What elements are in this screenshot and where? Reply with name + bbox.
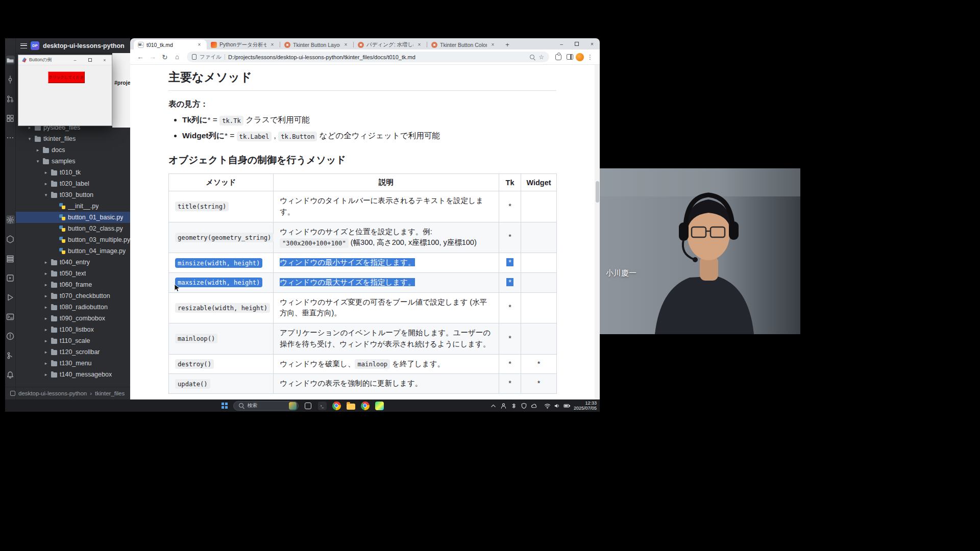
reload-button[interactable]: ↻	[159, 52, 170, 63]
tree-item-button_04_image.py[interactable]: button_04_image.py	[16, 245, 130, 257]
address-bar[interactable]: ファイル D:/projects/lessons/desktop-ui-less…	[187, 52, 549, 62]
chrome-icon[interactable]	[332, 402, 341, 410]
tk-minimize-button[interactable]: –	[69, 56, 81, 65]
chevron-right-icon[interactable]: ▸	[43, 349, 48, 355]
chevron-right-icon[interactable]: ▸	[43, 316, 48, 321]
scrollbar-thumb[interactable]	[596, 181, 599, 203]
terminal-icon[interactable]	[6, 312, 15, 321]
run-icon[interactable]	[6, 293, 15, 302]
chevron-down-icon[interactable]: ▾	[27, 136, 32, 141]
chevron-right-icon[interactable]: ▸	[43, 305, 48, 310]
tk-title-bar[interactable]: Buttonの例 – ×	[18, 55, 112, 65]
search-highlight-icon[interactable]	[289, 402, 297, 410]
chevron-right-icon[interactable]: ▸	[43, 293, 48, 298]
settings-icon[interactable]	[6, 215, 15, 224]
home-button[interactable]: ⌂	[172, 52, 183, 63]
tree-item-t130_menu[interactable]: ▸t130_menu	[16, 358, 130, 369]
python-packages-icon[interactable]	[6, 235, 15, 243]
browser-tab[interactable]: Tkinter Button Layout in Pytho×	[280, 40, 353, 49]
tree-item-__init__.py[interactable]: __init__.py	[16, 201, 130, 212]
chevron-right-icon[interactable]: ▸	[43, 361, 48, 366]
chevron-down-icon[interactable]: ▾	[35, 159, 40, 164]
notifications-icon[interactable]	[6, 370, 15, 379]
start-button[interactable]	[222, 403, 228, 409]
more-icon[interactable]	[6, 133, 15, 142]
browser-tab[interactable]: Pythonデータ分析ゼミ「デスクトップ×	[207, 40, 280, 49]
chrome-icon[interactable]	[361, 402, 370, 410]
tree-item-t020_label[interactable]: ▸t020_label	[16, 178, 130, 189]
chevron-right-icon[interactable]: ▸	[43, 327, 48, 332]
side-panel-icon[interactable]	[565, 52, 575, 62]
chevron-right-icon[interactable]: ▸	[43, 170, 48, 175]
breadcrumb-project[interactable]: desktop-ui-lessons-python	[18, 390, 87, 396]
project-folder-icon[interactable]	[6, 56, 15, 64]
window-minimize-button[interactable]: –	[554, 38, 569, 49]
tree-item-button_02_class.py[interactable]: button_02_class.py	[16, 223, 130, 234]
taskbar-clock[interactable]: 12:33 2025/07/05	[574, 400, 597, 411]
tk-close-button[interactable]: ×	[99, 56, 111, 65]
services-icon[interactable]	[6, 273, 15, 282]
project-title[interactable]: desktop-ui-lessons-python	[43, 42, 125, 49]
chevron-down-icon[interactable]: ▾	[43, 192, 48, 197]
commit-icon[interactable]	[6, 75, 15, 84]
tree-item-button_01_basic.py[interactable]: button_01_basic.py	[16, 212, 130, 223]
chevron-right-icon[interactable]: ▸	[43, 338, 48, 343]
tk-maximize-button[interactable]	[84, 56, 96, 65]
browser-menu-icon[interactable]: ⋮	[585, 52, 595, 62]
cloud-icon[interactable]	[531, 403, 537, 409]
person-icon[interactable]	[500, 403, 507, 409]
structure-icon[interactable]	[6, 254, 15, 263]
tree-item-docs[interactable]: ▸docs	[16, 144, 130, 156]
taskbar-search[interactable]: 検索	[233, 401, 299, 411]
tab-close-icon[interactable]: ×	[489, 41, 496, 48]
bluetooth-icon[interactable]	[510, 403, 517, 409]
chevron-up-icon[interactable]	[490, 403, 497, 409]
tab-close-icon[interactable]: ×	[269, 41, 276, 48]
chevron-right-icon[interactable]: ▸	[43, 260, 48, 265]
browser-tab[interactable]: Tkinter Button Color Padding×	[427, 40, 500, 49]
scrollbar-track[interactable]	[595, 65, 600, 400]
tree-item-t100_listbox[interactable]: ▸t100_listbox	[16, 324, 130, 335]
tab-close-icon[interactable]: ×	[196, 41, 203, 48]
back-button[interactable]: ←	[135, 52, 146, 63]
browser-tab[interactable]: パディング: 水増しの語源 - Claude×	[354, 40, 427, 49]
profile-avatar[interactable]	[576, 53, 584, 61]
problems-icon[interactable]	[6, 332, 15, 340]
chevron-right-icon[interactable]: ▸	[43, 271, 48, 276]
tree-item-t110_scale[interactable]: ▸t110_scale	[16, 335, 130, 346]
tree-item-t070_checkbutton[interactable]: ▸t070_checkbutton	[16, 290, 130, 302]
tree-item-t090_combobox[interactable]: ▸t090_combobox	[16, 313, 130, 324]
wifi-icon[interactable]	[544, 403, 551, 409]
version-control-icon[interactable]	[6, 351, 15, 360]
page-info-icon[interactable]	[192, 54, 197, 60]
new-tab-button[interactable]: +	[502, 39, 512, 49]
pycharm-icon[interactable]	[375, 402, 384, 410]
chevron-right-icon[interactable]: ▸	[43, 372, 48, 377]
tree-item-t120_scrollbar[interactable]: ▸t120_scrollbar	[16, 346, 130, 358]
tk-red-button[interactable]: クリックしてください	[48, 71, 85, 83]
tree-item-t060_frame[interactable]: ▸t060_frame	[16, 279, 130, 290]
chevron-right-icon[interactable]: ▸	[35, 147, 40, 153]
extensions-icon[interactable]	[553, 52, 564, 62]
tab-close-icon[interactable]: ×	[416, 41, 423, 48]
plugins-icon[interactable]	[6, 114, 15, 122]
tree-item-t080_radiobutton[interactable]: ▸t080_radiobutton	[16, 302, 130, 313]
speaker-icon[interactable]	[554, 403, 560, 409]
task-view-icon[interactable]	[305, 403, 311, 409]
bookmark-star-icon[interactable]: ☆	[538, 54, 544, 61]
window-close-button[interactable]: ×	[584, 38, 600, 49]
tree-item-button_03_multiple.py[interactable]: button_03_multiple.py	[16, 234, 130, 245]
window-maximize-button[interactable]	[569, 38, 584, 49]
file-explorer-icon[interactable]	[347, 404, 355, 410]
tree-item-t030_button[interactable]: ▾t030_button	[16, 189, 130, 201]
shield-icon[interactable]	[521, 403, 527, 409]
main-menu-icon[interactable]	[20, 43, 27, 48]
tree-item-t040_entry[interactable]: ▸t040_entry	[16, 257, 130, 268]
browser-tab[interactable]: M↓t010_tk.md×	[134, 40, 207, 49]
tree-item-t140_messagebox[interactable]: ▸t140_messagebox	[16, 369, 130, 380]
tree-item-t050_text[interactable]: ▸t050_text	[16, 268, 130, 279]
tree-item-samples[interactable]: ▾samples	[16, 156, 130, 167]
tab-close-icon[interactable]: ×	[342, 41, 349, 48]
battery-icon[interactable]	[564, 403, 570, 409]
forward-button[interactable]: →	[147, 52, 158, 63]
